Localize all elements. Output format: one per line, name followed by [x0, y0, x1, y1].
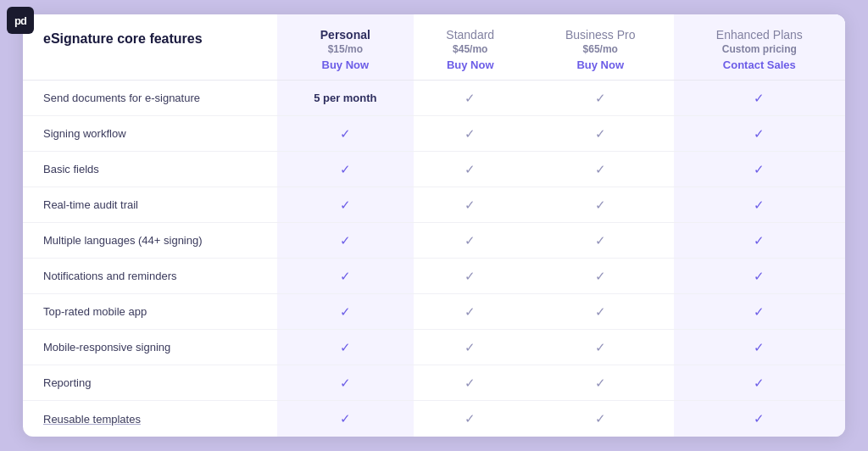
check-icon: ✓	[754, 411, 765, 426]
value-cell: ✓	[674, 81, 845, 116]
check-icon: ✓	[595, 91, 606, 105]
feature-name: Reporting	[43, 376, 91, 389]
buy-now-business[interactable]: Buy Now	[541, 58, 660, 71]
feature-cell: Signing workflow	[23, 116, 277, 152]
value-cell: ✓	[414, 223, 527, 259]
check-icon: ✓	[754, 198, 765, 212]
value-cell: ✓	[674, 116, 845, 152]
table-row: Send documents for e-signature5 per mont…	[23, 81, 845, 116]
value-cell: ✓	[277, 330, 414, 365]
check-icon: ✓	[595, 411, 606, 426]
buy-now-personal[interactable]: Buy Now	[291, 58, 400, 71]
plan-header-business: Business Pro $65/mo Buy Now	[527, 14, 674, 81]
plan-price-personal: $15/mo	[291, 43, 400, 55]
value-cell: ✓	[527, 294, 674, 330]
feature-name: Signing workflow	[43, 127, 126, 140]
feature-name: Top-rated mobile app	[43, 305, 147, 318]
value-cell: ✓	[277, 187, 414, 223]
plan-price-business: $65/mo	[541, 43, 660, 55]
value-cell: ✓	[674, 152, 845, 187]
plan-name-business: Business Pro	[541, 28, 660, 42]
value-cell: ✓	[527, 187, 674, 223]
value-cell: ✓	[527, 330, 674, 365]
table-row: Real-time audit trail✓✓✓✓	[23, 187, 845, 223]
value-cell: 5 per month	[277, 81, 414, 116]
value-cell: ✓	[527, 116, 674, 152]
value-cell: ✓	[414, 294, 527, 330]
value-cell: ✓	[674, 259, 845, 294]
check-icon: ✓	[595, 198, 606, 212]
value-cell: ✓	[414, 152, 527, 187]
check-icon: ✓	[340, 269, 351, 283]
contact-sales-enhanced[interactable]: Contact Sales	[687, 58, 832, 71]
check-icon: ✓	[754, 340, 765, 354]
check-icon: ✓	[340, 198, 351, 212]
check-icon: ✓	[595, 340, 606, 354]
value-cell: ✓	[277, 223, 414, 259]
value-cell: ✓	[527, 401, 674, 437]
value-cell: ✓	[414, 187, 527, 223]
check-icon: ✓	[340, 411, 351, 426]
value-cell: ✓	[414, 259, 527, 294]
feature-cell: Reusable templates	[23, 401, 277, 437]
plan-name-enhanced: Enhanced Plans	[687, 28, 832, 42]
plan-name-standard: Standard	[427, 28, 514, 42]
value-cell: ✓	[527, 152, 674, 187]
check-icon: ✓	[595, 269, 606, 283]
feature-cell: Real-time audit trail	[23, 187, 277, 223]
check-icon: ✓	[465, 198, 476, 212]
value-cell: ✓	[674, 223, 845, 259]
buy-now-standard[interactable]: Buy Now	[427, 58, 514, 71]
value-cell: ✓	[674, 365, 845, 401]
value-cell: ✓	[527, 365, 674, 401]
check-icon: ✓	[595, 304, 606, 319]
value-cell: ✓	[527, 223, 674, 259]
check-icon: ✓	[340, 304, 351, 319]
plan-header-standard: Standard $45/mo Buy Now	[414, 14, 527, 81]
feature-name: Notifications and reminders	[43, 270, 177, 282]
value-cell: ✓	[414, 81, 527, 116]
check-icon: ✓	[595, 162, 606, 176]
plan-price-standard: $45/mo	[427, 43, 514, 55]
check-icon: ✓	[340, 376, 351, 390]
feature-cell: Reporting	[23, 365, 277, 401]
per-month-value: 5 per month	[314, 92, 376, 104]
check-icon: ✓	[465, 304, 476, 319]
table-row: Basic fields✓✓✓✓	[23, 152, 845, 187]
check-icon: ✓	[340, 162, 351, 176]
table-wrapper: eSignature core features Personal $15/mo…	[23, 14, 845, 437]
value-cell: ✓	[414, 365, 527, 401]
check-icon: ✓	[754, 233, 765, 248]
feature-cell: Notifications and reminders	[23, 259, 277, 294]
plan-header-enhanced: Enhanced Plans Custom pricing Contact Sa…	[674, 14, 845, 81]
value-cell: ✓	[414, 330, 527, 365]
table-row: Signing workflow✓✓✓✓	[23, 116, 845, 152]
check-icon: ✓	[754, 269, 765, 283]
feature-name: Mobile-responsive signing	[43, 341, 170, 354]
value-cell: ✓	[277, 294, 414, 330]
check-icon: ✓	[465, 162, 476, 176]
value-cell: ✓	[527, 259, 674, 294]
check-icon: ✓	[340, 233, 351, 248]
feature-cell: Top-rated mobile app	[23, 294, 277, 330]
check-icon: ✓	[465, 376, 476, 390]
feature-name: Multiple languages (44+ signing)	[43, 234, 203, 247]
check-icon: ✓	[340, 126, 351, 141]
check-icon: ✓	[595, 233, 606, 248]
check-icon: ✓	[754, 376, 765, 390]
logo-icon: pd	[14, 14, 26, 27]
value-cell: ✓	[674, 294, 845, 330]
check-icon: ✓	[465, 126, 476, 141]
check-icon: ✓	[340, 340, 351, 354]
value-cell: ✓	[674, 330, 845, 365]
table-row: Reusable templates✓✓✓✓	[23, 401, 845, 437]
feature-name: Basic fields	[43, 163, 99, 175]
value-cell: ✓	[277, 259, 414, 294]
feature-name: Real-time audit trail	[43, 198, 138, 211]
value-cell: ✓	[674, 401, 845, 437]
value-cell: ✓	[277, 152, 414, 187]
feature-name: Send documents for e-signature	[43, 92, 200, 104]
value-cell: ✓	[277, 116, 414, 152]
table-row: Reporting✓✓✓✓	[23, 365, 845, 401]
check-icon: ✓	[465, 411, 476, 426]
